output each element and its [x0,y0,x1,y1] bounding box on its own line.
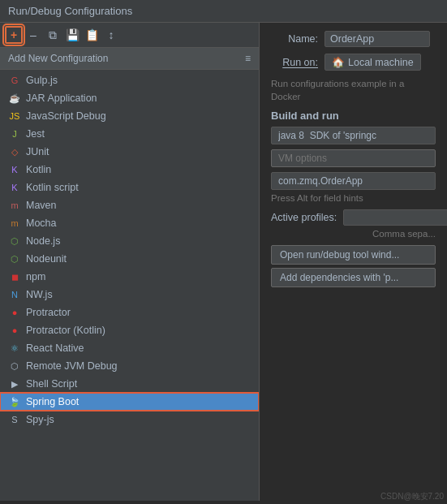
list-item-jest[interactable]: JJest [0,125,259,143]
protractorkotlin-icon: ● [8,324,21,337]
list-item-mocha[interactable]: mMocha [0,214,259,232]
list-item-reactnative[interactable]: ⚛React Native [0,339,259,357]
watermark: CSDN@晚安7.20 [380,491,444,502]
kotlinscript-label: Kotlin script [26,182,79,193]
protractor-icon: ● [8,306,21,319]
nodeunit-label: Nodeunit [26,253,67,265]
profiles-row: Active profiles: [271,209,436,226]
list-item-nodeunit[interactable]: ⬡Nodeunit [0,250,259,268]
npm-label: npm [26,271,45,282]
list-item-kotlinscript[interactable]: KKotlin script [0,179,259,196]
shellscript-label: Shell Script [26,378,77,390]
sort-configuration-button[interactable]: ↕ [102,26,120,44]
run-on-button[interactable]: 🏠 Local machine [325,54,421,71]
list-item-protractorkotlin[interactable]: ●Protractor (Kotlin) [0,321,259,339]
name-row: Name: [271,31,436,47]
junit-label: JUnit [26,146,49,157]
name-input[interactable] [325,31,430,47]
list-item-kotlin[interactable]: KKotlin [0,161,259,179]
kotlin-label: Kotlin [26,164,51,175]
jar-icon: ☕ [8,92,21,105]
spyjs-label: Spy-js [26,414,54,425]
jest-icon: J [8,127,21,140]
main-container: + – ⧉ 💾 📋 ↕ Add New Configuration ≡ GGul… [0,23,447,501]
vm-options-input[interactable] [271,149,436,167]
protractorkotlin-label: Protractor (Kotlin) [26,325,105,336]
jsdebug-label: JavaScript Debug [26,110,106,122]
list-item-jar[interactable]: ☕JAR Application [0,89,259,107]
build-and-run-title: Build and run [271,110,436,122]
jsdebug-icon: JS [8,110,21,123]
reactnative-label: React Native [26,342,84,354]
run-on-label: Run on: [271,57,318,68]
gulp-icon: G [8,74,21,87]
profiles-input[interactable] [343,209,447,226]
springboot-icon: 🍃 [8,395,21,408]
share-configuration-button[interactable]: 📋 [83,26,101,44]
config-list: GGulp.js☕JAR ApplicationJSJavaScript Deb… [0,70,259,501]
add-configuration-button[interactable]: + [5,26,23,44]
jar-label: JAR Application [26,93,97,104]
kotlin-icon: K [8,163,21,176]
list-item-spyjs[interactable]: SSpy-js [0,411,259,429]
run-on-row: Run on: 🏠 Local machine [271,54,436,71]
title-bar: Run/Debug Configurations [0,0,447,23]
nwjs-label: NW.js [26,289,53,300]
list-item-nwjs[interactable]: NNW.js [0,286,259,304]
add-new-config-label: Add New Configuration [8,53,108,64]
protractor-label: Protractor [26,307,71,318]
kotlinscript-icon: K [8,181,21,194]
spyjs-icon: S [8,413,21,426]
run-on-value: Local machine [348,57,414,68]
info-text: Run configurations example in a Docker [271,77,436,103]
comma-hint: Comma sepa... [271,229,436,239]
list-item-maven[interactable]: mMaven [0,196,259,214]
profiles-label: Active profiles: [271,212,337,223]
reactnative-icon: ⚛ [8,342,21,355]
main-class-input[interactable] [271,172,436,190]
nwjs-icon: N [8,288,21,301]
nodejs-label: Node.js [26,235,60,247]
right-panel: Name: Run on: 🏠 Local machine Run config… [260,23,447,501]
sdk-input[interactable] [271,127,436,144]
maven-label: Maven [26,200,57,211]
add-new-config-panel[interactable]: Add New Configuration ≡ [0,48,259,70]
list-item-remotejvm[interactable]: ⬡Remote JVM Debug [0,357,259,375]
nodeunit-icon: ⬡ [8,252,21,265]
save-configuration-button[interactable]: 💾 [63,26,81,44]
list-item-jsdebug[interactable]: JSJavaScript Debug [0,107,259,125]
add-new-config-icon: ≡ [245,53,251,64]
list-item-npm[interactable]: ◼npm [0,268,259,286]
toolbar: + – ⧉ 💾 📋 ↕ [0,23,259,48]
list-item-nodejs[interactable]: ⬡Node.js [0,232,259,250]
mocha-label: Mocha [26,218,57,229]
jest-label: Jest [26,128,45,140]
junit-icon: ◇ [8,145,21,158]
remove-configuration-button[interactable]: – [24,26,42,44]
remotejvm-label: Remote JVM Debug [26,360,118,372]
title-text: Run/Debug Configurations [8,5,132,17]
nodejs-icon: ⬡ [8,235,21,248]
gulp-label: Gulp.js [26,75,58,86]
list-item-shellscript[interactable]: ▶Shell Script [0,375,259,393]
shellscript-icon: ▶ [8,377,21,390]
list-item-junit[interactable]: ◇JUnit [0,143,259,161]
name-label: Name: [271,33,318,45]
springboot-label: Spring Boot [26,396,79,407]
add-dependencies-button[interactable]: Add dependencies with 'p... [271,268,436,287]
remotejvm-icon: ⬡ [8,360,21,373]
left-panel: + – ⧉ 💾 📋 ↕ Add New Configuration ≡ GGul… [0,23,260,501]
list-item-gulp[interactable]: GGulp.js [0,71,259,89]
npm-icon: ◼ [8,270,21,283]
list-item-protractor[interactable]: ●Protractor [0,304,259,321]
open-run-debug-button[interactable]: Open run/debug tool wind... [271,245,436,265]
run-on-icon: 🏠 [332,56,345,68]
maven-icon: m [8,199,21,212]
copy-configuration-button[interactable]: ⧉ [44,26,62,44]
list-item-springboot[interactable]: 🍃Spring Boot [0,393,259,411]
mocha-icon: m [8,217,21,230]
hint-text: Press Alt for field hints [271,193,436,203]
